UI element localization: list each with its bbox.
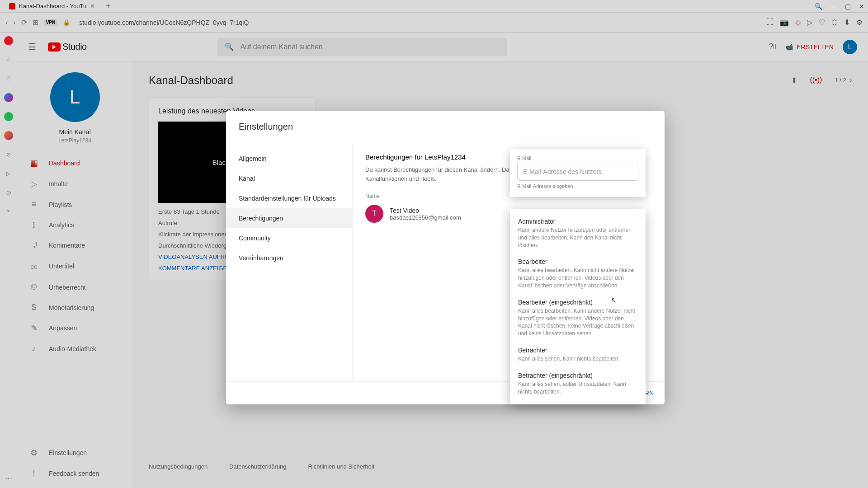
role-title: Administrator [518,218,637,225]
modal-nav-agreements[interactable]: Vereinbarungen [226,248,352,268]
role-title: Betrachter [518,347,637,354]
role-option-editor-limited[interactable]: Bearbeiter (eingeschränkt) Kann alles be… [510,294,646,342]
role-title: Bearbeiter [518,258,637,265]
modal-nav-community[interactable]: Community [226,228,352,248]
user-name: Test Video [390,207,461,214]
role-desc: Kann andere Nutzer hinzufügen oder entfe… [518,226,637,249]
email-input[interactable]: E-Mail-Adresse des Nutzers [517,163,638,181]
role-option-admin[interactable]: Administrator Kann andere Nutzer hinzufü… [510,213,646,253]
role-option-viewer-limited[interactable]: Betrachter (eingeschränkt) Kann alles se… [510,367,646,400]
email-hint: E-Mail-Adresse eingeben [517,183,638,189]
user-email: basdas125356@gmail.com [390,214,461,221]
role-option-editor[interactable]: Bearbeiter Kann alles bearbeiten. Kann n… [510,253,646,294]
role-option-viewer[interactable]: Betrachter Kann alles sehen. Kann nichts… [510,342,646,367]
user-avatar: T [365,205,383,223]
role-desc: Kann alles bearbeiten. Kann nicht andere… [518,267,637,289]
modal-nav-general[interactable]: Allgemein [226,149,352,169]
email-placeholder: E-Mail-Adresse des Nutzers [523,168,602,175]
modal-nav-permissions[interactable]: Berechtigungen [226,208,352,228]
modal-nav-channel[interactable]: Kanal [226,169,352,188]
modal-nav-upload[interactable]: Standardeinstellungen für Uploads [226,188,352,208]
role-title: Betrachter (eingeschränkt) [518,372,637,379]
role-dropdown: Administrator Kann andere Nutzer hinzufü… [510,209,646,404]
role-desc: Kann alles sehen. Kann nichts bearbeiten… [518,355,637,363]
invite-popup: E-Mail E-Mail-Adresse des Nutzers E-Mail… [510,149,646,197]
modal-title: Einstellungen [226,111,665,143]
role-title: Bearbeiter (eingeschränkt) [518,299,637,306]
email-label: E-Mail [517,155,638,161]
role-desc: Kann alles sehen, außer Umsatzdaten. Kan… [518,380,637,396]
modal-sidebar: Allgemein Kanal Standardeinstellungen fü… [226,143,353,381]
role-desc: Kann alles bearbeiten. Kann andere Nutze… [518,307,637,338]
